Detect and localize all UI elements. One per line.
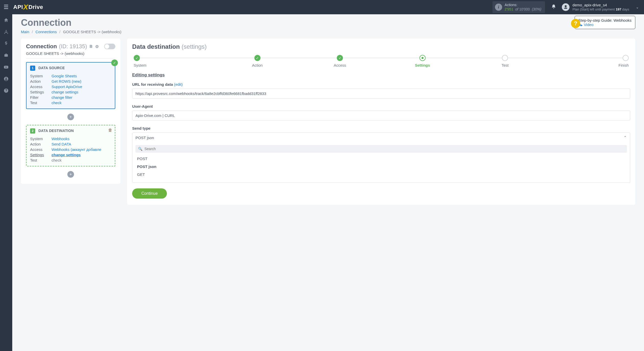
dest-row: Settingschange settings	[30, 152, 111, 158]
sidebar-profile-icon[interactable]	[0, 73, 12, 85]
step-test[interactable]: Test	[464, 55, 546, 67]
step-dot	[502, 55, 508, 61]
actions-label: Actions:	[505, 3, 541, 7]
sidebar-connections-icon[interactable]	[0, 26, 12, 38]
row-key: Action	[30, 79, 52, 83]
send-type-selected: POST json	[135, 136, 154, 140]
url-label: URL for receiving data	[132, 82, 173, 87]
breadcrumb-main[interactable]: Main	[21, 30, 29, 34]
send-type-option[interactable]: POST json	[135, 163, 627, 171]
row-value[interactable]: Send DATA	[52, 142, 71, 146]
url-input[interactable]	[132, 89, 630, 99]
step-label: Finish	[618, 63, 629, 67]
step-system[interactable]: ✓System	[134, 55, 216, 67]
step-dot: ✓	[134, 55, 140, 61]
settings-card: Data destination (settings) ✓System✓Acti…	[127, 39, 635, 205]
send-type-option[interactable]: GET	[135, 171, 627, 178]
actions-pct: (30%)	[531, 7, 541, 11]
send-type-search-input[interactable]	[144, 147, 624, 151]
row-value[interactable]: Google Sheets	[52, 74, 77, 78]
logo[interactable]: API X Drive	[13, 3, 43, 11]
step-label: Action	[252, 63, 263, 67]
logo-api: API	[13, 4, 23, 10]
step-label: Test	[502, 63, 509, 67]
chevron-down-icon[interactable]: ⌄	[636, 5, 639, 9]
editing-settings-heading: Editing settings	[132, 72, 630, 78]
row-key: Test	[30, 101, 52, 105]
logo-x: X	[23, 3, 28, 11]
row-key: Action	[30, 142, 52, 146]
send-type-select[interactable]: POST json ⌃ 🔍 POSTPOST jsonGET	[132, 132, 630, 183]
step-finish[interactable]: Finish	[547, 55, 629, 67]
row-value[interactable]: Get ROWS (new)	[52, 79, 81, 83]
send-type-label: Send type	[132, 126, 630, 130]
add-destination-button[interactable]: +	[67, 171, 74, 178]
actions-badge[interactable]: i Actions: 2'951 of 10'000 (30%)	[492, 1, 545, 13]
data-destination-panel: 🗑 2 DATA DESTINATION SystemWebhooksActio…	[26, 125, 115, 166]
avatar-icon[interactable]	[562, 3, 569, 11]
dest-row: AccessWebhooks (аккаунт добавле	[30, 147, 111, 152]
row-value[interactable]: change settings	[52, 90, 78, 94]
connection-toggle[interactable]	[104, 44, 115, 49]
row-value[interactable]: Support ApixDrive	[52, 84, 82, 89]
source-row: Settingschange settings	[30, 89, 111, 95]
row-value[interactable]: check	[52, 101, 61, 105]
send-type-search[interactable]: 🔍	[135, 145, 627, 153]
add-source-button[interactable]: +	[67, 114, 74, 120]
row-value[interactable]: Webhooks (аккаунт добавле	[52, 147, 101, 152]
sidebar-help-icon[interactable]	[0, 85, 12, 96]
sidebar-billing-icon[interactable]	[0, 38, 12, 50]
step-dot: ✓	[254, 55, 261, 61]
dest-title: DATA DESTINATION	[38, 129, 74, 133]
step-label: Settings	[415, 63, 430, 67]
dest-heading-sub: (settings)	[181, 43, 207, 50]
page-title: Connection	[21, 17, 635, 28]
stepper: ✓System✓Action✓AccessSettingsTestFinish	[132, 55, 630, 67]
row-value[interactable]: change filter	[52, 95, 72, 100]
dest-row: SystemWebhooks	[30, 136, 111, 141]
step-settings[interactable]: Settings	[381, 55, 464, 67]
step-access[interactable]: ✓Access	[299, 55, 381, 67]
dest-heading: Data destination	[132, 43, 180, 50]
check-icon: ✓	[111, 59, 118, 66]
guide-box[interactable]: Step-by-step Guide: Webhooks ■▶Video	[575, 16, 635, 29]
source-row: ActionGet ROWS (new)	[30, 79, 111, 84]
sidebar-briefcase-icon[interactable]	[0, 50, 12, 61]
row-key: System	[30, 137, 52, 141]
row-key: Settings	[30, 90, 52, 94]
hamburger-icon[interactable]: ☰	[0, 4, 12, 10]
search-icon: 🔍	[138, 147, 142, 151]
row-key: Test	[30, 158, 52, 162]
connection-id: (ID: 19135)	[59, 43, 87, 50]
sidebar-home-icon[interactable]	[0, 14, 12, 26]
row-value[interactable]: change settings	[52, 153, 81, 157]
source-row: Filterchange filter	[30, 95, 111, 100]
gear-icon[interactable]: ⚙	[95, 44, 99, 49]
data-source-panel: ✓ 1 DATA SOURCE SystemGoogle SheetsActio…	[26, 62, 115, 109]
connection-title: Connection	[26, 43, 57, 50]
url-edit-link[interactable]: (edit)	[174, 82, 183, 87]
main: ? Step-by-step Guide: Webhooks ■▶Video C…	[12, 14, 644, 351]
chevron-up-icon: ⌃	[624, 135, 627, 140]
guide-video-link[interactable]: Video	[584, 22, 593, 27]
source-row: AccessSupport ApixDrive	[30, 84, 111, 89]
step-dot	[623, 55, 629, 61]
breadcrumb-connections[interactable]: Connections	[35, 30, 57, 34]
document-icon[interactable]: 🗎	[89, 44, 93, 49]
bell-icon[interactable]	[551, 4, 556, 10]
user-box[interactable]: demo_apix-drive_s4 Plan |Start| left unt…	[573, 3, 629, 11]
send-type-option[interactable]: POST	[135, 155, 627, 163]
step-action[interactable]: ✓Action	[216, 55, 299, 67]
help-bubble-icon[interactable]: ?	[571, 19, 580, 28]
continue-button[interactable]: Continue	[132, 188, 167, 199]
sidebar-youtube-icon[interactable]	[0, 61, 12, 73]
row-value[interactable]: Webhooks	[52, 137, 70, 141]
row-key: Access	[30, 84, 52, 89]
dest-row: Testcheck	[30, 158, 111, 163]
step-dot	[419, 55, 426, 61]
dest-number: 2	[30, 128, 35, 134]
connection-subtitle: GOOGLE SHEETS -> (webhooks)	[26, 50, 115, 58]
user-agent-input[interactable]	[132, 111, 630, 120]
breadcrumb: Main / Connections / GOOGLE SHEETS -> (w…	[21, 30, 635, 34]
trash-icon[interactable]: 🗑	[108, 128, 112, 132]
